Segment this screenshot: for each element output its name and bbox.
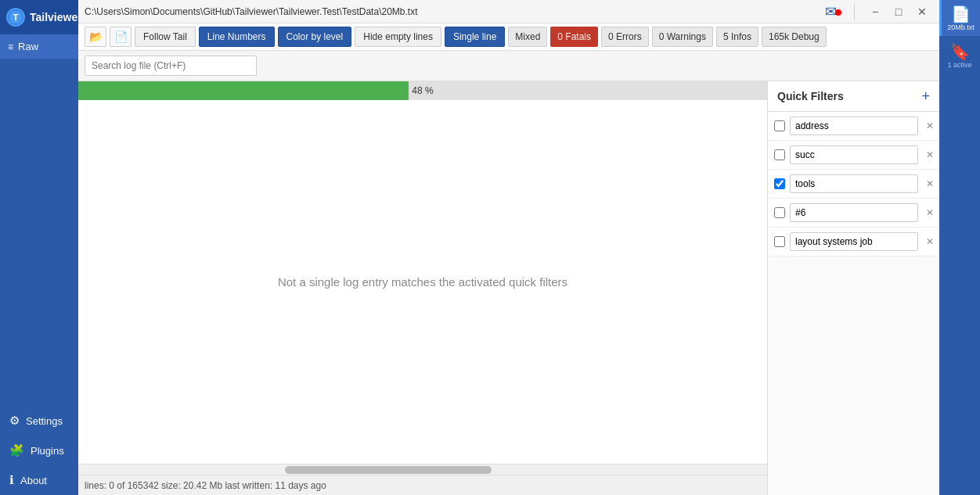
- mixed-badge[interactable]: Mixed: [508, 27, 547, 47]
- quick-filters-panel: Quick Filters + ✕✎✕✕✎✕✕✎✕✕✎✕✕✎✕: [767, 81, 939, 495]
- filter-item: ✕✎✕: [768, 228, 939, 256]
- email-area: ✉: [825, 3, 841, 20]
- filter-input-0[interactable]: [790, 117, 918, 135]
- hide-empty-lines-button[interactable]: Hide empty lines: [355, 27, 441, 47]
- search-input[interactable]: [85, 56, 257, 76]
- notification-badge: [835, 9, 841, 16]
- file-tab[interactable]: 📄 20Mb.txt: [939, 0, 980, 36]
- add-filter-button[interactable]: +: [921, 89, 930, 103]
- app-name: Tailviewer: [30, 11, 82, 23]
- horizontal-scrollbar[interactable]: [78, 464, 767, 475]
- filter-item: ✕✎✕: [768, 170, 939, 199]
- content-area: 48 % Not a single log entry matches the …: [78, 81, 939, 495]
- status-text: lines: 0 of 165342 size: 20.42 Mb last w…: [85, 480, 326, 491]
- line-numbers-button[interactable]: Line Numbers: [199, 27, 275, 47]
- color-by-level-button[interactable]: Color by level: [278, 27, 352, 47]
- open-file-button[interactable]: 📄: [110, 27, 132, 47]
- filter-tab-icon: 🔖: [950, 42, 970, 61]
- main-content: C:\Users\Simon\Documents\GitHub\Tailview…: [78, 0, 939, 495]
- empty-message: Not a single log entry matches the activ…: [278, 275, 567, 289]
- progress-label: 48 %: [78, 85, 767, 96]
- filter-checkbox-2[interactable]: [774, 178, 785, 189]
- fatals-badge[interactable]: 0 Fatals: [550, 27, 598, 47]
- errors-badge[interactable]: 0 Errors: [601, 27, 649, 47]
- filter-clear-btn-0[interactable]: ✕: [923, 119, 937, 133]
- raw-icon: ≡: [8, 41, 13, 52]
- sidebar-logo: T Tailviewer: [0, 0, 78, 34]
- filter-clear-btn-2[interactable]: ✕: [923, 177, 937, 191]
- quick-filters-header: Quick Filters +: [768, 81, 939, 112]
- filter-tab-label: 1 active: [947, 61, 971, 69]
- plugins-icon: 🧩: [9, 443, 24, 457]
- log-area: Not a single log entry matches the activ…: [78, 100, 767, 464]
- sidebar: T Tailviewer ≡ Raw ⚙ Settings 🧩 Plugins …: [0, 0, 78, 495]
- window-controls: − □ ✕: [864, 3, 933, 20]
- sidebar-item-plugins[interactable]: 🧩 Plugins: [0, 436, 78, 465]
- filter-tab[interactable]: 🔖 1 active: [939, 36, 980, 75]
- file-tab-label: 20Mb.txt: [947, 23, 975, 31]
- sidebar-label-about: About: [20, 475, 47, 486]
- filter-checkbox-0[interactable]: [774, 120, 785, 131]
- progress-area: 48 %: [78, 81, 767, 100]
- open-file-icon: 📄: [114, 30, 128, 43]
- sidebar-item-raw[interactable]: ≡ Raw: [0, 34, 78, 59]
- svg-text:T: T: [13, 13, 19, 22]
- sidebar-item-settings[interactable]: ⚙ Settings: [0, 406, 78, 436]
- file-path: C:\Users\Simon\Documents\GitHub\Tailview…: [85, 6, 819, 17]
- sidebar-label-settings: Settings: [26, 415, 63, 427]
- app-logo-icon: T: [6, 8, 25, 27]
- toolbar: 📂 📄 Follow Tail Line Numbers Color by le…: [78, 23, 939, 51]
- about-icon: ℹ: [9, 473, 14, 487]
- filter-checkbox-4[interactable]: [774, 236, 785, 247]
- sidebar-label-plugins: Plugins: [31, 445, 64, 457]
- filter-clear-btn-4[interactable]: ✕: [923, 235, 937, 249]
- close-button[interactable]: ✕: [911, 3, 933, 20]
- filter-input-3[interactable]: [790, 203, 918, 222]
- search-bar: [78, 51, 939, 81]
- filter-item: ✕✎✕: [768, 141, 939, 170]
- raw-label: Raw: [18, 41, 38, 52]
- open-folder-icon: 📂: [89, 30, 103, 43]
- maximize-button[interactable]: □: [888, 3, 910, 20]
- minimize-button[interactable]: −: [864, 3, 886, 20]
- filter-clear-btn-3[interactable]: ✕: [923, 206, 937, 220]
- file-tab-icon: 📄: [951, 5, 971, 23]
- filter-item: ✕✎✕: [768, 199, 939, 228]
- warnings-badge[interactable]: 0 Warnings: [652, 27, 713, 47]
- filter-list: ✕✎✕✕✎✕✕✎✕✕✎✕✕✎✕: [768, 112, 939, 256]
- title-bar: C:\Users\Simon\Documents\GitHub\Tailview…: [78, 0, 939, 23]
- filter-clear-btn-1[interactable]: ✕: [923, 148, 937, 162]
- sidebar-nav-bottom: ⚙ Settings 🧩 Plugins ℹ About: [0, 406, 78, 495]
- infos-badge[interactable]: 5 Infos: [716, 27, 758, 47]
- filter-checkbox-3[interactable]: [774, 207, 785, 218]
- filter-input-4[interactable]: [790, 232, 918, 251]
- settings-icon: ⚙: [9, 414, 20, 428]
- filter-checkbox-1[interactable]: [774, 149, 785, 160]
- log-column: 48 % Not a single log entry matches the …: [78, 81, 767, 495]
- debug-badge[interactable]: 165k Debug: [762, 27, 827, 47]
- single-line-button[interactable]: Single line: [445, 27, 505, 47]
- quick-filters-title: Quick Filters: [777, 90, 917, 102]
- filter-input-1[interactable]: [790, 145, 918, 164]
- open-folder-button[interactable]: 📂: [85, 27, 106, 47]
- scrollbar-thumb[interactable]: [285, 466, 492, 474]
- sidebar-item-about[interactable]: ℹ About: [0, 465, 78, 495]
- filter-item: ✕✎✕: [768, 112, 939, 141]
- follow-tail-button[interactable]: Follow Tail: [135, 27, 196, 47]
- right-tab-panel: 📄 20Mb.txt 🔖 1 active: [939, 0, 980, 495]
- titlebar-separator: [854, 4, 855, 20]
- filter-input-2[interactable]: [790, 174, 918, 193]
- status-bar: lines: 0 of 165342 size: 20.42 Mb last w…: [78, 475, 767, 495]
